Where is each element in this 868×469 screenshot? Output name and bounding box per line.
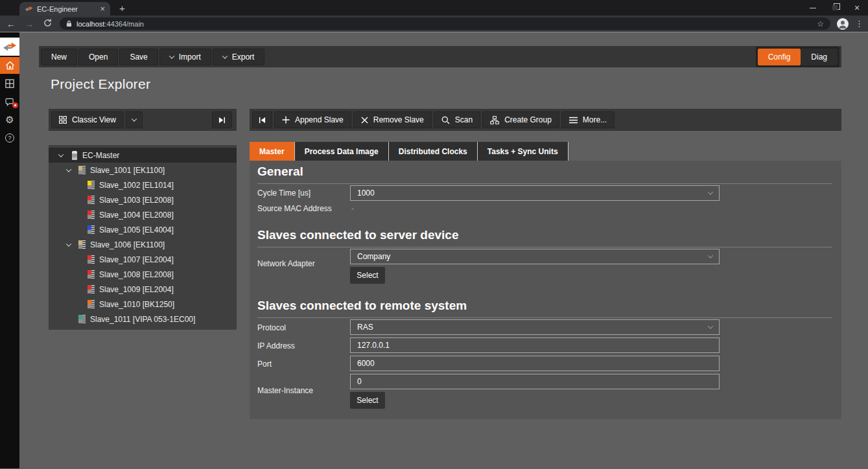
tree-item-slave-1010[interactable]: Slave_1010 [BK1250] xyxy=(49,297,237,312)
network-adapter-select[interactable]: Company xyxy=(350,249,720,264)
back-icon[interactable]: ← xyxy=(5,19,17,29)
tree-item-slave-1005[interactable]: Slave_1005 [EL4004] xyxy=(49,222,237,237)
slave-icon xyxy=(88,225,95,234)
scan-button[interactable]: Scan xyxy=(434,111,480,128)
tree-item-label: Slave_1004 [EL2008] xyxy=(99,211,174,220)
slave-icon xyxy=(88,300,95,308)
slave-icon xyxy=(78,240,86,249)
browser-menu-icon[interactable]: ⋮ xyxy=(855,19,863,29)
chevron-down-icon xyxy=(708,253,713,258)
adapter-select-button[interactable]: Select xyxy=(350,267,385,284)
x-icon xyxy=(361,117,368,124)
tree-item-slave-1004[interactable]: Slave_1004 [EL2008] xyxy=(49,207,237,222)
export-button[interactable]: Export xyxy=(213,49,265,65)
sidebar-item-settings[interactable]: ⚙ xyxy=(0,111,19,128)
browser-tab[interactable]: EC-Engineer × xyxy=(19,2,110,16)
collapse-panel-button[interactable] xyxy=(212,111,232,128)
restore-button[interactable] xyxy=(824,0,846,16)
master-settings-form: General Cycle Time [us] 1000 Source MAC … xyxy=(250,161,841,419)
new-tab-button[interactable]: + xyxy=(119,3,125,14)
config-mode-button[interactable]: Config xyxy=(758,49,801,65)
remove-slave-button[interactable]: Remove Slave xyxy=(353,111,432,128)
sidebar-item-home[interactable] xyxy=(0,57,19,74)
detail-tabs: Master Process Data Image Distributed Cl… xyxy=(250,142,569,161)
chevron-down-icon xyxy=(132,116,137,121)
expander-chevron-icon[interactable] xyxy=(67,243,78,247)
minimize-icon xyxy=(810,8,816,8)
bookmark-star-icon[interactable]: ☆ xyxy=(817,19,824,29)
forward-icon[interactable]: → xyxy=(23,19,35,29)
tree-item-label: Slave_1003 [EL2008] xyxy=(99,196,174,205)
mode-switch: Config Diag xyxy=(756,47,839,67)
tree-item-label: Slave_1010 [BK1250] xyxy=(99,300,174,309)
chevron-down-icon xyxy=(169,53,174,58)
plus-icon xyxy=(282,116,290,124)
profile-avatar[interactable] xyxy=(837,18,849,30)
close-button[interactable]: × xyxy=(846,0,868,16)
tab-title: EC-Engineer xyxy=(37,5,96,13)
open-button[interactable]: Open xyxy=(78,49,118,65)
tab-process-data-image[interactable]: Process Data Image xyxy=(294,142,388,161)
tree-item-slave-1007[interactable]: Slave_1007 [EL2004] xyxy=(49,252,237,267)
tree-item-label: Slave_1009 [EL2004] xyxy=(99,285,174,294)
instance-select-button[interactable]: Select xyxy=(350,392,385,409)
hamburger-icon xyxy=(569,117,578,124)
browser-tab-bar: EC-Engineer × + × xyxy=(0,0,868,16)
create-group-button[interactable]: Create Group xyxy=(482,111,559,128)
new-button[interactable]: New xyxy=(41,49,77,65)
gear-icon: ⚙ xyxy=(5,114,14,126)
tree-item-ec-master[interactable]: EC-Master xyxy=(49,148,237,163)
sidebar-item-help[interactable]: ? xyxy=(0,130,19,146)
window-controls: × xyxy=(802,0,868,16)
slave-icon xyxy=(88,196,95,204)
expander-chevron-icon[interactable] xyxy=(59,154,71,157)
master-instance-field[interactable] xyxy=(350,374,720,389)
url-text: localhost:44364/main xyxy=(76,20,144,28)
tree-item-label: Slave_1008 [EL2008] xyxy=(99,270,174,279)
url-input[interactable]: localhost:44364/main ☆ xyxy=(60,17,830,30)
tree-item-label: Slave_1002 [EL1014] xyxy=(99,181,174,190)
ip-address-field[interactable] xyxy=(350,337,720,353)
cycle-time-select[interactable]: 1000 xyxy=(350,185,720,201)
port-field[interactable] xyxy=(350,356,720,371)
app-window: ⚙ ? New Open Save Import Export Config D… xyxy=(0,32,868,468)
view-selector-button[interactable]: Classic View xyxy=(51,111,124,128)
tab-master[interactable]: Master xyxy=(250,142,294,161)
tree-item-slave-1006[interactable]: Slave_1006 [EK1100] xyxy=(49,237,237,252)
tree-item-slave-1001[interactable]: Slave_1001 [EK1100] xyxy=(49,163,237,177)
expander-chevron-icon[interactable] xyxy=(67,168,78,172)
port-label: Port xyxy=(257,360,272,369)
source-mac-value: - xyxy=(351,204,354,213)
tree-item-slave-1011[interactable]: Slave_1011 [VIPA 053-1EC00] xyxy=(49,312,237,326)
protocol-select[interactable]: RAS xyxy=(350,319,720,335)
append-slave-button[interactable]: Append Slave xyxy=(274,111,351,128)
tree-item-slave-1009[interactable]: Slave_1009 [EL2004] xyxy=(49,282,237,297)
tab-close-icon[interactable]: × xyxy=(100,5,105,13)
tree-item-slave-1002[interactable]: Slave_1002 [EL1014] xyxy=(49,177,237,192)
cycle-time-value: 1000 xyxy=(357,189,375,198)
tab-distributed-clocks[interactable]: Distributed Clocks xyxy=(388,142,477,161)
minimize-button[interactable] xyxy=(802,0,824,16)
slave-icon xyxy=(88,255,95,264)
app-sidebar: ⚙ ? xyxy=(0,32,19,468)
tab-tasks-sync-units[interactable]: Tasks + Sync Units xyxy=(477,142,569,161)
classic-view-icon xyxy=(59,116,67,124)
diag-mode-button[interactable]: Diag xyxy=(801,49,838,65)
sidebar-item-notifications[interactable] xyxy=(0,93,19,110)
general-heading: General xyxy=(257,165,832,184)
tree-item-slave-1008[interactable]: Slave_1008 [EL2008] xyxy=(49,267,237,282)
tree-item-slave-1003[interactable]: Slave_1003 [EL2008] xyxy=(49,192,237,207)
more-button[interactable]: More... xyxy=(561,111,615,128)
source-mac-label: Source MAC Address xyxy=(257,204,332,213)
acontis-logo xyxy=(0,38,19,56)
tree-item-label: Slave_1007 [EL2004] xyxy=(99,255,174,264)
refresh-icon[interactable] xyxy=(41,19,53,29)
sidebar-item-views[interactable] xyxy=(0,75,19,92)
import-button[interactable]: Import xyxy=(159,49,211,65)
notification-badge xyxy=(12,102,18,108)
search-icon xyxy=(441,116,450,124)
save-button[interactable]: Save xyxy=(119,49,158,65)
view-selector-dropdown-button[interactable] xyxy=(126,111,143,128)
collapse-left-button[interactable] xyxy=(252,111,272,128)
favicon-logo-icon xyxy=(25,6,33,12)
